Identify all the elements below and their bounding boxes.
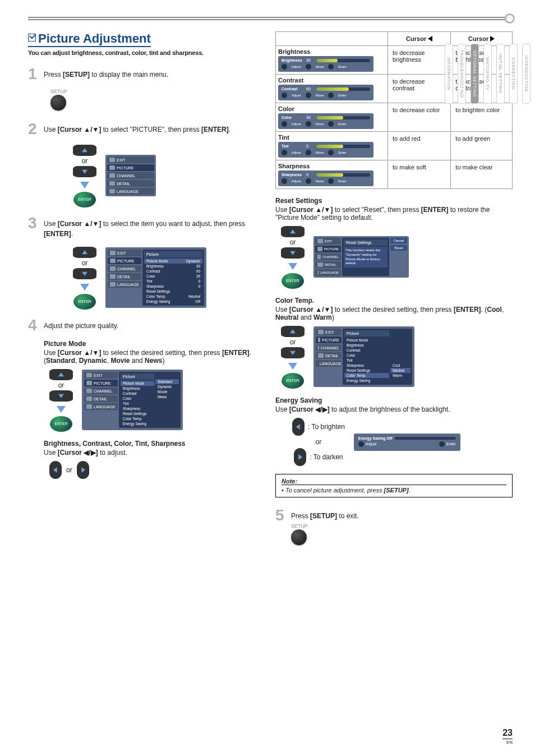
- menu-row: Picture ModeDynamic: [144, 259, 202, 264]
- or-label: or: [82, 259, 88, 267]
- opt: Standard: [155, 379, 179, 384]
- step-3: 3 Use [Cursor ▲/▼] to select the item yo…: [28, 215, 265, 239]
- effect-right: to make clear: [451, 160, 513, 189]
- note-header: Note:: [282, 478, 506, 485]
- side-tab[interactable]: INITIAL SETTING: [496, 44, 505, 104]
- opt: Movie: [155, 389, 179, 394]
- menu-row: Sharpness: [344, 363, 389, 368]
- menu-exit: EXIT: [107, 156, 154, 163]
- opt: News: [155, 394, 179, 399]
- menu-exit: EXIT: [316, 329, 342, 335]
- cursor-buttons: or ENTER: [73, 246, 96, 310]
- picture-mode-menu-screenshot: EXIT PICTURE CHANNEL DETAIL LANGUAGE Pic…: [82, 370, 183, 430]
- th-cursor-left: Cursor: [388, 32, 451, 46]
- reset-panel-header: Reset Settings: [344, 239, 388, 246]
- title-text: Picture Adjustment: [38, 31, 151, 45]
- right-triangle-icon: [490, 36, 495, 42]
- menu-row: Color Temp.: [344, 373, 389, 378]
- or-label: or: [290, 338, 296, 346]
- cursor-up-icon: [281, 226, 305, 237]
- menu-row: Tint: [344, 358, 389, 363]
- colortemp-menu-screenshot: EXIT PICTURE CHANNEL DETAIL LANGUAGE Pic…: [313, 326, 414, 387]
- step-number: 4: [28, 317, 44, 333]
- bccts-text: Use [Cursor ◀/▶] to adjust.: [44, 449, 265, 457]
- picture-mode-heading: Picture Mode: [44, 340, 265, 348]
- step-text: Use [Cursor ▲/▼] to select "PICTURE", th…: [44, 125, 265, 135]
- enter-button-icon: ENTER: [73, 192, 96, 208]
- opt: Dynamic: [155, 384, 179, 389]
- menu-detail: DETAIL: [316, 352, 342, 359]
- step-text: Use [Cursor ▲/▼] to select the item you …: [44, 219, 265, 239]
- menu-row: Brightness: [121, 386, 154, 391]
- cursor-up-icon: [281, 326, 305, 337]
- menu-channel: CHANNEL: [107, 172, 154, 179]
- cursor-down-icon: [73, 166, 96, 177]
- check-icon: [28, 34, 36, 42]
- cursor-left-icon: [49, 461, 62, 479]
- cursor-up-icon: [73, 247, 96, 258]
- cursor-down-icon: [281, 247, 305, 259]
- menu-row: Picture Mode: [121, 381, 154, 386]
- arrow-down-icon: [80, 284, 89, 291]
- side-tab[interactable]: TROUBLESHOOTING: [458, 44, 466, 104]
- or-label: or: [290, 238, 296, 246]
- setup-button-icon: [50, 95, 66, 110]
- side-tab[interactable]: INFORMATION: [445, 44, 453, 104]
- menu-language: LANGUAGE: [315, 269, 341, 276]
- menu-row: Color: [344, 353, 389, 358]
- menu-row: Tint: [121, 401, 154, 406]
- or-label: or: [316, 438, 322, 446]
- effect-left: to decrease brightness: [388, 46, 451, 75]
- side-tabs: INTRODUCTION CONNECTION INITIAL SETTING …: [445, 44, 531, 104]
- menu-row: Color Temp.Neutral: [144, 294, 202, 299]
- menu-exit: EXIT: [84, 372, 118, 379]
- side-tab[interactable]: OPTIONAL SETTING: [471, 44, 479, 104]
- effect-right: to add green: [451, 132, 513, 160]
- effect-left: to decrease contrast: [388, 75, 451, 103]
- darken-label: : To darken: [310, 453, 343, 461]
- page-title: Picture Adjustment: [28, 31, 151, 47]
- note-box: Note: • To cancel picture adjustment, pr…: [275, 474, 513, 497]
- energy-bar-screenshot: Energy Saving Off AdjustEnter: [354, 434, 460, 451]
- menu-picture: PICTURE: [107, 164, 154, 171]
- step2-graphics: or ENTER EXIT PICTURE CHANNEL DETAIL LAN…: [50, 144, 265, 208]
- page-subtitle: You can adjust brightness, contrast, col…: [28, 49, 265, 56]
- arrow-down-icon: [288, 263, 297, 270]
- picture-menu-screenshot: EXIT PICTURE CHANNEL DETAIL LANGUAGE Pic…: [105, 247, 206, 308]
- setup-label: SETUP: [50, 89, 265, 94]
- step-number: 2: [28, 121, 44, 137]
- step-number: 3: [28, 215, 44, 239]
- es-adjust: Adjust: [366, 442, 376, 446]
- menu-detail: DETAIL: [107, 180, 154, 187]
- menu-language: LANGUAGE: [316, 360, 342, 367]
- arrow-down-icon: [57, 406, 66, 413]
- setup-button-graphic: SETUP: [50, 89, 265, 112]
- menu-row: Color Temp.: [121, 416, 154, 421]
- brighten-label: : To brighten: [308, 423, 345, 431]
- effect-right: to brighten color: [451, 103, 513, 132]
- cursor-left-icon: [292, 418, 305, 436]
- menu-picture: PICTURE: [108, 257, 141, 264]
- side-tab[interactable]: WATCHING TV: [483, 44, 492, 104]
- step-5: 5 Press [SETUP] to exit. SETUP: [275, 508, 513, 547]
- cursor-buttons: or ENTER: [49, 368, 73, 432]
- es-enter: Enter: [446, 442, 456, 446]
- menu-channel: CHANNEL: [316, 344, 342, 351]
- reset-graphics: or ENTER EXIT PICTURE CHANNEL DETAIL LAN…: [275, 225, 513, 289]
- step-text: Press [SETUP] to display the main menu.: [44, 70, 265, 80]
- menu-row: Sharpness0: [144, 284, 202, 289]
- setup-button-icon: [291, 529, 307, 545]
- menu-channel: CHANNEL: [108, 265, 141, 272]
- effect-left: to add red: [388, 132, 451, 160]
- cursor-buttons: or ENTER: [73, 144, 96, 208]
- side-tab[interactable]: INTRODUCTION: [522, 44, 531, 104]
- cursor-down-icon: [49, 390, 73, 402]
- th-empty: [276, 32, 388, 46]
- menu-row: Color: [121, 396, 154, 401]
- side-tab[interactable]: CONNECTION: [509, 44, 518, 104]
- arrow-down-icon: [288, 363, 297, 370]
- opt: Warm: [390, 373, 411, 378]
- step-number: 5: [275, 508, 291, 547]
- bccts-heading: Brightness, Contrast, Color, Tint, Sharp…: [44, 440, 265, 448]
- reset-heading: Reset Settings: [275, 197, 513, 205]
